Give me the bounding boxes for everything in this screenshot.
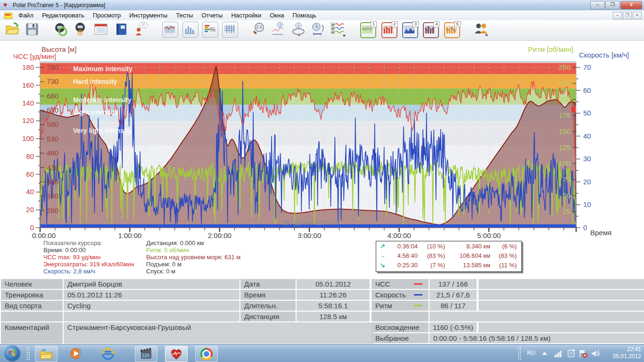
calendar-button[interactable]: [93, 21, 110, 38]
menu-help[interactable]: Помощь: [288, 10, 320, 20]
speed-minmax-value: 21,5 / 67,6: [429, 290, 477, 300]
minimize-button[interactable]: –: [590, 1, 605, 9]
menu-reports[interactable]: Отчеты: [197, 10, 227, 20]
svg-text:680: 680: [47, 92, 58, 100]
tray-expand-icon[interactable]: [542, 352, 547, 355]
hr-legend-line: [414, 283, 422, 285]
network-icon[interactable]: [554, 349, 563, 360]
tray-grip[interactable]: [518, 346, 521, 361]
restore-button[interactable]: ❐: [605, 1, 620, 9]
bar-view-button[interactable]: [182, 22, 198, 38]
svg-text:3:00:00: 3:00:00: [297, 231, 321, 239]
volume-icon[interactable]: [590, 349, 601, 360]
row-value: 05.01.2012 11:26: [64, 290, 239, 300]
mdi-minimize-button[interactable]: –: [613, 12, 622, 19]
mdi-close-button[interactable]: ×: [633, 12, 642, 19]
table-view-button[interactable]: [222, 22, 238, 38]
svg-text:Very light intensity: Very light intensity: [73, 127, 132, 134]
row-value: 5:58:16.1: [297, 301, 370, 311]
transfer-from-device-button[interactable]: [53, 21, 70, 38]
menu-bar: ФайлРедактироватьПросмотрИнструментыТест…: [0, 10, 644, 21]
hotkey-icon[interactable]: [567, 349, 576, 360]
up-time-pct: (10 %): [418, 243, 445, 250]
persons-button[interactable]: [473, 21, 490, 38]
lap-info-button[interactable]: i: [290, 21, 307, 38]
time-distance-button[interactable]: [311, 21, 328, 38]
climb-row-up: ↗ 0:36:04 (10 %) 8.340 км (6 %): [376, 241, 521, 251]
downhill-arrow-icon: ↘: [376, 261, 388, 269]
language-indicator[interactable]: RU: [527, 350, 535, 356]
menu-tests[interactable]: Тесты: [172, 10, 197, 20]
ascent-value: 1160 (-0.5%): [429, 322, 477, 332]
empty-cell: [583, 301, 644, 311]
app-heart-icon: ♥: [3, 1, 10, 8]
chart-preset-2-button[interactable]: 2: [381, 22, 397, 38]
hr-minmax-value: 137 / 166: [429, 279, 477, 289]
svg-text:125: 125: [559, 143, 570, 151]
diary-button[interactable]: [113, 21, 130, 38]
svg-text:480: 480: [47, 149, 58, 157]
flat-time: 4:56:40: [388, 252, 418, 259]
zoom-1to1-button[interactable]: 1:1: [250, 21, 267, 38]
taskbar-wmp-icon[interactable]: [65, 346, 87, 361]
svg-text:70: 70: [583, 63, 591, 71]
menu-settings[interactable]: Настройки: [227, 10, 265, 20]
start-button[interactable]: [4, 345, 21, 362]
selection-value: 0:00:00 - 5:58:16 (5:58:16 / 128.5 км): [429, 333, 644, 343]
svg-text:380: 380: [47, 178, 58, 186]
svg-text:80: 80: [26, 152, 34, 160]
menu-tools[interactable]: Инструменты: [125, 10, 172, 20]
action-center-flag-icon[interactable]: [578, 349, 588, 360]
chart-preset-5-button[interactable]: 5: [444, 22, 460, 38]
svg-text:530: 530: [47, 135, 58, 143]
menu-view[interactable]: Просмотр: [89, 10, 125, 20]
person-notes-button[interactable]: [133, 21, 150, 38]
svg-text:50: 50: [583, 109, 591, 117]
empty-cell: [479, 279, 585, 289]
svg-text:0:00:00: 0:00:00: [32, 231, 56, 239]
svg-text:200: 200: [559, 95, 570, 103]
curve-info-button[interactable]: i: [271, 21, 288, 38]
svg-text:100: 100: [559, 159, 570, 167]
empty-cell: [479, 290, 585, 300]
percent-view-button[interactable]: %: [202, 22, 218, 38]
training-chart[interactable]: Maximum intensityHard intensityModerate …: [0, 45, 644, 240]
device-settings-button[interactable]: ⚙: [73, 21, 90, 38]
clock[interactable]: 22:41 05.01.2012: [607, 346, 641, 360]
cursor-info-line: Скорость: 2,8 км/ч: [43, 268, 145, 275]
menu-windows[interactable]: Окна: [265, 10, 288, 20]
curve-view-button[interactable]: [162, 22, 178, 38]
chart-preset-4-button[interactable]: 4: [423, 22, 439, 38]
taskbar-ie-icon[interactable]: [97, 346, 119, 361]
row-label: Комментарий: [1, 322, 63, 344]
svg-text:20: 20: [26, 206, 34, 214]
svg-text:40: 40: [583, 132, 591, 140]
mdi-restore-button[interactable]: ❐: [623, 12, 632, 19]
taskbar-explorer-icon[interactable]: [35, 346, 58, 362]
svg-text:150: 150: [559, 127, 570, 135]
menu-file[interactable]: Файл: [14, 10, 38, 20]
menu-edit[interactable]: Редактировать: [38, 10, 89, 20]
row-label: Человек: [1, 279, 63, 289]
chart-preset-1-button[interactable]: 1: [360, 22, 376, 38]
cursor-info-line: Дистанция: 0.000 км: [146, 239, 278, 247]
taskbar-chrome-icon[interactable]: [195, 346, 218, 362]
series-select-button[interactable]: [330, 21, 347, 38]
chart-preset-3-button[interactable]: 3: [402, 22, 418, 38]
down-time-pct: (7 %): [418, 262, 445, 269]
taskbar-polar-icon[interactable]: [165, 346, 188, 362]
flat-arrow-icon: →: [376, 252, 388, 259]
taskbar-grip[interactable]: [26, 346, 30, 361]
up-dist-pct: (6 %): [490, 243, 517, 250]
clock-time: 22:41: [607, 346, 641, 353]
open-button[interactable]: [4, 21, 21, 38]
save-button[interactable]: [24, 21, 41, 38]
svg-text:30: 30: [583, 155, 591, 163]
empty-cell: [479, 301, 585, 311]
svg-text:1:00:00: 1:00:00: [118, 231, 141, 239]
row-value: Дмитрий Борцов: [64, 279, 239, 289]
svg-text:75: 75: [562, 175, 570, 183]
flat-time-pct: (83 %): [418, 252, 445, 259]
close-button[interactable]: x: [620, 1, 642, 9]
taskbar-mpc-icon[interactable]: 320: [135, 346, 157, 362]
